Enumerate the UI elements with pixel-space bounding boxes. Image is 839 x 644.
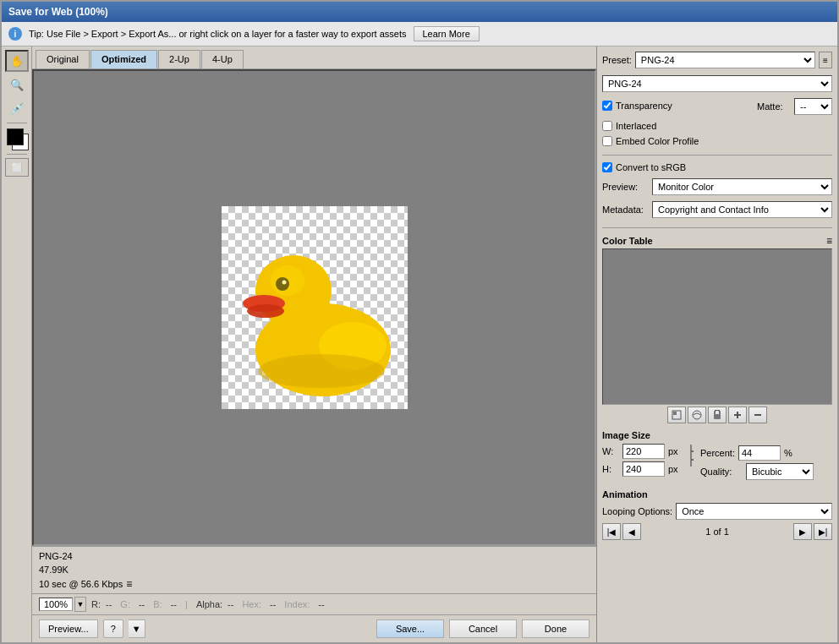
- hand-tool[interactable]: ✋: [5, 50, 29, 72]
- tab-2up[interactable]: 2-Up: [158, 50, 200, 68]
- help-button[interactable]: ?: [103, 619, 123, 638]
- sep-2: B:: [153, 599, 162, 609]
- interlaced-row: Interlaced: [602, 121, 832, 131]
- format-row: PNG-24 PNG-8 JPEG GIF: [602, 75, 832, 92]
- svg-rect-13: [714, 414, 721, 419]
- transparency-checkbox-row: Transparency: [602, 101, 672, 111]
- width-input[interactable]: [622, 444, 665, 459]
- divider-1: [602, 155, 832, 156]
- interlaced-label[interactable]: Interlaced: [616, 121, 656, 131]
- image-size-section: Image Size W: px H: px: [602, 430, 832, 483]
- more-icon[interactable]: ≡: [126, 578, 132, 590]
- convert-srgb-checkbox[interactable]: [602, 162, 612, 172]
- done-button[interactable]: Done: [522, 619, 589, 638]
- nav-last-button[interactable]: ▶|: [814, 523, 832, 540]
- right-panel: Preset: PNG-24 PNG-8 JPEG GIF ≡ PNG-24 P…: [596, 46, 837, 642]
- ct-web-btn[interactable]: [688, 407, 706, 423]
- zoom-down-arrow[interactable]: ▼: [74, 597, 86, 612]
- metadata-select[interactable]: Copyright and Contact Info All None Copy…: [652, 201, 832, 218]
- alpha-value: --: [228, 599, 233, 609]
- color-table-menu-icon[interactable]: ≡: [826, 235, 832, 247]
- tab-original[interactable]: Original: [36, 50, 90, 68]
- width-unit: px: [668, 446, 682, 456]
- preset-label: Preset:: [602, 55, 632, 65]
- tip-text: Tip: Use File > Export > Export As... or…: [29, 29, 407, 39]
- format-label: PNG-24: [39, 551, 73, 561]
- sep-5: Index:: [284, 599, 310, 609]
- preview-field-label: Preview:: [602, 182, 649, 192]
- animation-section: Animation Looping Options: Once Forever …: [602, 489, 832, 540]
- title-bar: Save for Web (100%): [2, 2, 837, 22]
- metadata-label: Metadata:: [602, 205, 649, 215]
- percent-label: Percent:: [700, 448, 735, 458]
- screen-mode-button[interactable]: ⬜: [5, 158, 29, 177]
- sep-1: G:: [120, 599, 130, 609]
- nav-prev-button[interactable]: ◀: [622, 523, 641, 540]
- preview-select[interactable]: Monitor Color sRGB Use Document Profile: [652, 178, 832, 195]
- preview-field-row: Preview: Monitor Color sRGB Use Document…: [602, 178, 832, 195]
- save-button[interactable]: Save...: [376, 619, 444, 638]
- svg-point-4: [247, 304, 284, 318]
- percent-input[interactable]: [738, 445, 781, 461]
- sep-4: Hex:: [242, 599, 261, 609]
- quality-row: Quality: Bicubic Bilinear Nearest Neighb…: [700, 463, 814, 480]
- height-input[interactable]: [622, 461, 665, 477]
- color-table-section: Color Table ≡: [602, 235, 832, 423]
- preset-row: Preset: PNG-24 PNG-8 JPEG GIF ≡: [602, 52, 832, 68]
- eyedropper-tool[interactable]: 💉: [5, 97, 29, 119]
- height-label: H:: [602, 464, 619, 474]
- format-select[interactable]: PNG-24 PNG-8 JPEG GIF: [602, 75, 832, 92]
- zoom-input[interactable]: [39, 598, 73, 611]
- ct-map-btn[interactable]: [667, 407, 686, 423]
- svg-point-9: [271, 265, 304, 296]
- image-size-title: Image Size: [602, 430, 832, 440]
- color-table-label: Color Table: [602, 236, 653, 246]
- duck-svg: [222, 206, 408, 409]
- height-unit: px: [668, 464, 682, 474]
- nav-controls: |◀ ◀ 1 of 1 ▶ ▶|: [602, 523, 832, 540]
- convert-srgb-row: Convert to sRGB: [602, 162, 832, 172]
- preview-button[interactable]: Preview...: [39, 619, 98, 638]
- height-row: H: px: [602, 461, 682, 477]
- transparency-checkbox[interactable]: [602, 101, 612, 111]
- matte-select[interactable]: --: [794, 98, 832, 115]
- index-value: --: [318, 599, 324, 609]
- embed-color-label[interactable]: Embed Color Profile: [616, 136, 699, 146]
- preset-select[interactable]: PNG-24 PNG-8 JPEG GIF: [635, 52, 815, 68]
- width-row: W: px: [602, 444, 682, 459]
- ct-lock-btn[interactable]: [708, 407, 727, 423]
- preview-image: [222, 206, 408, 409]
- ct-add-btn[interactable]: [728, 407, 747, 423]
- ct-delete-btn[interactable]: [749, 407, 767, 423]
- animation-title: Animation: [602, 489, 832, 499]
- sep-3: |: [185, 599, 188, 609]
- zoom-tool[interactable]: 🔍: [5, 74, 29, 96]
- looping-select[interactable]: Once Forever Other: [676, 503, 832, 520]
- help-dropdown-button[interactable]: ▼: [129, 619, 145, 638]
- tab-4up[interactable]: 4-Up: [201, 50, 244, 68]
- transparency-label[interactable]: Transparency: [616, 101, 672, 111]
- nav-first-button[interactable]: |◀: [602, 523, 621, 540]
- canvas-area: [32, 69, 596, 546]
- interlaced-checkbox[interactable]: [602, 121, 612, 131]
- nav-next-button[interactable]: ▶: [793, 523, 812, 540]
- learn-more-button[interactable]: Learn More: [414, 26, 480, 41]
- time-label: 10 sec @ 56.6 Kbps: [39, 579, 123, 589]
- view-tabs: Original Optimized 2-Up 4-Up: [32, 46, 596, 69]
- preset-menu-button[interactable]: ≡: [819, 52, 832, 68]
- cancel-button[interactable]: Cancel: [449, 619, 517, 638]
- foreground-swatch[interactable]: [7, 128, 24, 145]
- embed-color-checkbox[interactable]: [602, 136, 612, 146]
- file-size-label: 47.99K: [39, 565, 69, 575]
- quality-select[interactable]: Bicubic Bilinear Nearest Neighbor: [746, 463, 814, 480]
- matte-label: Matte:: [757, 101, 791, 112]
- alpha-label: Alpha:: [196, 599, 222, 609]
- tab-optimized[interactable]: Optimized: [90, 50, 157, 68]
- color-swatches[interactable]: [5, 127, 29, 150]
- color-table-toolbar: [602, 407, 832, 423]
- b-value: --: [171, 599, 177, 609]
- image-container: [222, 206, 408, 409]
- toolbar: ✋ 🔍 💉 ⬜: [2, 46, 32, 642]
- convert-srgb-label[interactable]: Convert to sRGB: [616, 162, 686, 172]
- svg-point-8: [258, 354, 385, 388]
